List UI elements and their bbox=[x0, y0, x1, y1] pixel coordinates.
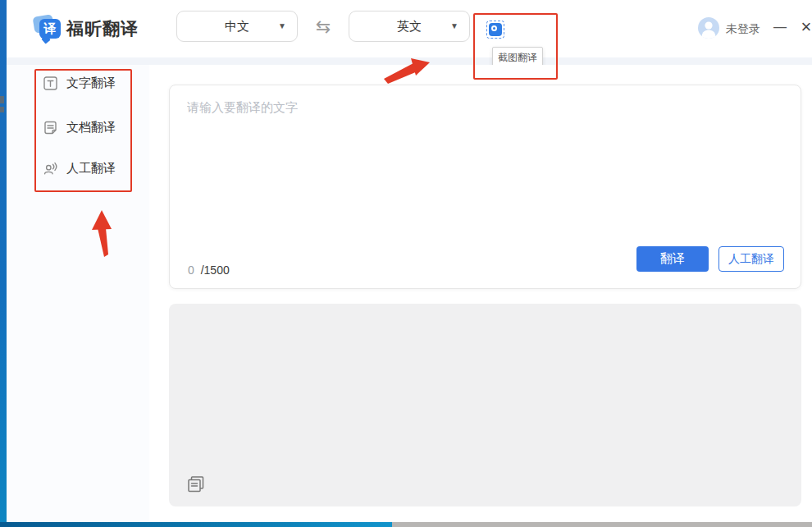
background-window-bar-gray bbox=[392, 522, 812, 527]
background-window-artifact bbox=[0, 96, 4, 103]
human-translate-icon bbox=[43, 162, 57, 176]
app-title: 福昕翻译 bbox=[66, 17, 139, 40]
chevron-down-icon: ▼ bbox=[278, 21, 286, 30]
chevron-down-icon: ▼ bbox=[450, 21, 458, 30]
document-translate-icon bbox=[43, 121, 57, 135]
translate-button[interactable]: 翻译 bbox=[636, 246, 709, 272]
char-count: 0 bbox=[188, 264, 194, 277]
translation-input-panel: 0 /1500 翻译 人工翻译 bbox=[169, 85, 801, 289]
close-button[interactable]: × bbox=[796, 16, 812, 38]
sidebar-item-label: 人工翻译 bbox=[66, 161, 116, 176]
app-logo-icon: 译 bbox=[39, 19, 61, 39]
char-counter: 0 /1500 bbox=[188, 264, 230, 277]
background-window-artifact bbox=[0, 107, 4, 112]
sidebar-item-document-translate[interactable]: 文档翻译 bbox=[43, 115, 142, 140]
background-window-bar-blue bbox=[0, 522, 392, 527]
copy-icon[interactable] bbox=[187, 475, 205, 493]
sidebar: 文字翻译 文档翻译 人工翻译 bbox=[7, 65, 149, 527]
sidebar-item-label: 文档翻译 bbox=[66, 120, 116, 135]
camera-lens-icon bbox=[491, 25, 497, 31]
sidebar-item-text-translate[interactable]: 文字翻译 bbox=[43, 71, 142, 95]
sidebar-item-label: 文字翻译 bbox=[66, 76, 116, 91]
app-window: 译 福昕翻译 中文 ▼ ⇆ 英文 ▼ 未登录 — × 截图翻译 bbox=[0, 0, 812, 527]
login-status[interactable]: 未登录 bbox=[726, 22, 760, 37]
title-bar: 译 福昕翻译 中文 ▼ ⇆ 英文 ▼ 未登录 — × bbox=[7, 0, 812, 57]
char-limit: /1500 bbox=[201, 264, 230, 277]
translation-input[interactable] bbox=[187, 100, 785, 231]
sidebar-item-human-translate[interactable]: 人工翻译 bbox=[43, 156, 142, 181]
source-language-select[interactable]: 中文 ▼ bbox=[176, 11, 298, 42]
human-translate-button[interactable]: 人工翻译 bbox=[718, 246, 784, 272]
window-edge-strip bbox=[0, 0, 7, 527]
text-translate-icon bbox=[43, 76, 57, 90]
avatar[interactable] bbox=[698, 17, 719, 39]
screenshot-translate-button[interactable] bbox=[486, 21, 504, 39]
minimize-button[interactable]: — bbox=[771, 18, 789, 36]
swap-languages-icon[interactable]: ⇆ bbox=[310, 14, 336, 40]
target-language-select[interactable]: 英文 ▼ bbox=[349, 11, 470, 42]
translation-result-panel bbox=[169, 304, 801, 506]
header-separator bbox=[7, 57, 812, 65]
